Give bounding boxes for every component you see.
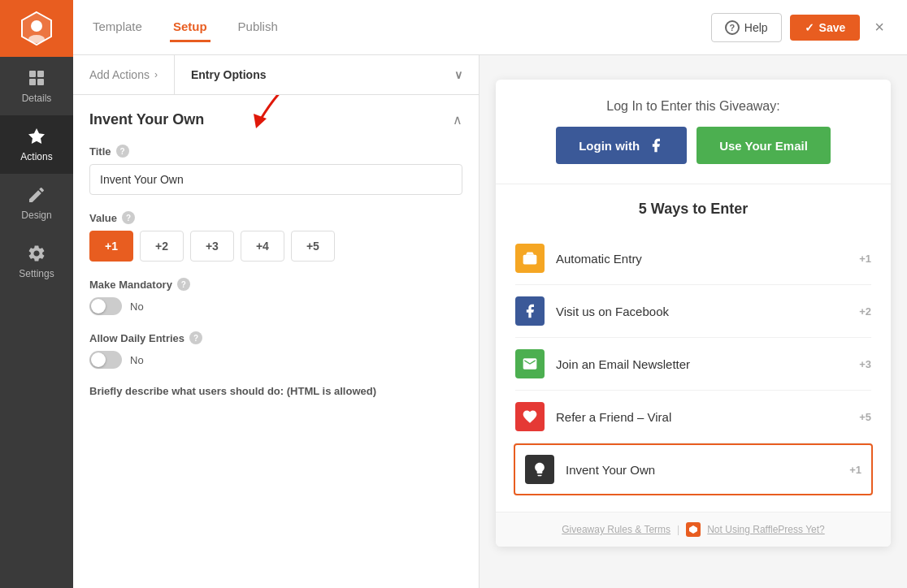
login-title: Log In to Enter this Giveaway: [520, 99, 866, 114]
help-icon: ? [725, 20, 740, 35]
close-button[interactable]: × [868, 15, 891, 40]
daily-entries-help-icon[interactable]: ? [189, 331, 202, 344]
entry-points-refer: +5 [859, 411, 871, 423]
mandatory-field-group: Make Mandatory ? No [89, 278, 462, 315]
entry-icon-automatic [515, 244, 545, 273]
entry-points-invent: +1 [849, 464, 861, 476]
tab-setup[interactable]: Setup [170, 13, 210, 42]
daily-entries-toggle[interactable] [89, 351, 122, 369]
card-footer: Giveaway Rules & Terms | Not Using Raffl… [496, 512, 891, 547]
login-buttons: Login with Use Your Email [520, 127, 866, 164]
entry-options-chevron-icon: ∨ [454, 68, 462, 81]
right-preview-panel: Log In to Enter this Giveaway: Login wit… [480, 55, 907, 588]
section-title: Invent Your Own [89, 111, 204, 128]
top-nav: Template Setup Publish ? Help ✓ Save × [73, 0, 907, 55]
mandatory-toggle-label: No [130, 300, 144, 313]
save-label: Save [819, 21, 846, 34]
entry-points-automatic: +1 [859, 253, 871, 265]
rafflepress-logo-icon [686, 522, 701, 537]
mandatory-toggle-row: No [89, 297, 462, 315]
value-field-group: Value ? +1 +2 +3 +4 +5 [89, 211, 462, 262]
mandatory-toggle-knob [91, 299, 106, 313]
entry-name-email: Join an Email Newsletter [556, 357, 848, 371]
email-login-label: Use Your Email [719, 139, 808, 153]
title-field-label: Title ? [89, 145, 462, 158]
save-button[interactable]: ✓ Save [790, 15, 861, 41]
facebook-login-button[interactable]: Login with [556, 127, 687, 164]
value-btn-2[interactable]: +2 [140, 231, 184, 262]
daily-entries-toggle-knob [91, 352, 106, 367]
description-field-label: Briefly describe what users should do: (… [89, 385, 462, 397]
email-login-button[interactable]: Use Your Email [697, 127, 831, 164]
sidebar-item-actions-label: Actions [20, 151, 52, 162]
body-area: Add Actions › Entry Options ∨ Invent You… [73, 55, 907, 588]
main-content: Template Setup Publish ? Help ✓ Save × [73, 0, 907, 588]
title-help-icon[interactable]: ? [116, 145, 129, 158]
entry-icon-email [515, 349, 545, 378]
facebook-icon [648, 137, 664, 153]
entry-item-automatic[interactable]: Automatic Entry +1 [515, 232, 871, 285]
svg-marker-10 [689, 525, 697, 534]
entry-options-button[interactable]: Entry Options ∨ [175, 55, 479, 94]
ways-title: 5 Ways to Enter [515, 201, 871, 218]
daily-entries-field-group: Allow Daily Entries ? No [89, 331, 462, 369]
sidebar-item-design-label: Design [21, 210, 51, 221]
title-field-group: Title ? [89, 145, 462, 195]
entry-name-refer: Refer a Friend – Viral [556, 410, 848, 424]
entry-name-invent: Invent Your Own [566, 463, 838, 477]
ways-section: 5 Ways to Enter Automatic Entry +1 [496, 184, 891, 512]
svg-rect-9 [523, 255, 537, 265]
panel-toolbar: Add Actions › Entry Options ∨ [73, 55, 479, 95]
sidebar-item-details-label: Details [22, 93, 52, 104]
entry-points-email: +3 [859, 358, 871, 370]
entry-item-email[interactable]: Join an Email Newsletter +3 [515, 338, 871, 391]
value-btn-5[interactable]: +5 [291, 231, 335, 262]
svg-rect-4 [29, 71, 36, 77]
sidebar-item-design[interactable]: Design [0, 174, 73, 232]
entry-name-automatic: Automatic Entry [556, 252, 848, 266]
sidebar-item-settings[interactable]: Settings [0, 232, 73, 291]
daily-entries-field-label: Allow Daily Entries ? [89, 331, 462, 344]
sidebar-item-details[interactable]: Details [0, 57, 73, 115]
help-button[interactable]: ? Help [711, 13, 782, 42]
entry-icon-facebook [515, 296, 545, 326]
add-actions-label: Add Actions [89, 68, 150, 81]
entry-item-invent[interactable]: Invent Your Own +1 [514, 443, 873, 495]
panel-body: Invent Your Own ∧ Title [73, 95, 479, 588]
giveaway-rules-link[interactable]: Giveaway Rules & Terms [562, 524, 670, 535]
daily-entries-toggle-row: No [89, 351, 462, 369]
giveaway-card: Log In to Enter this Giveaway: Login wit… [496, 80, 891, 547]
value-btn-1[interactable]: +1 [89, 231, 133, 262]
entry-item-facebook[interactable]: Visit us on Facebook +2 [515, 285, 871, 338]
entry-icon-refer [515, 402, 545, 431]
value-help-icon[interactable]: ? [122, 211, 135, 224]
value-btn-4[interactable]: +4 [241, 231, 284, 262]
tab-template[interactable]: Template [89, 13, 145, 42]
title-input[interactable] [89, 164, 462, 195]
value-buttons: +1 +2 +3 +4 +5 [89, 231, 462, 262]
add-actions-button[interactable]: Add Actions › [73, 55, 175, 94]
mandatory-help-icon[interactable]: ? [177, 278, 190, 291]
section-header: Invent Your Own ∧ [89, 111, 462, 128]
not-using-link[interactable]: Not Using RafflePress Yet? [707, 524, 825, 535]
add-actions-chevron-icon: › [154, 69, 158, 80]
svg-rect-5 [37, 71, 44, 77]
entry-points-facebook: +2 [859, 305, 871, 318]
login-section: Log In to Enter this Giveaway: Login wit… [496, 80, 891, 184]
svg-point-3 [28, 35, 45, 43]
section-chevron-icon[interactable]: ∧ [453, 112, 462, 128]
value-field-label: Value ? [89, 211, 462, 224]
svg-point-2 [31, 20, 42, 32]
tab-publish[interactable]: Publish [235, 13, 281, 42]
entry-item-refer[interactable]: Refer a Friend – Viral +5 [515, 391, 871, 443]
sidebar: Details Actions Design Settings [0, 0, 73, 588]
sidebar-item-actions[interactable]: Actions [0, 115, 73, 174]
svg-rect-7 [37, 79, 44, 85]
app-logo [0, 0, 73, 57]
entry-icon-invent [525, 455, 554, 484]
entry-name-facebook: Visit us on Facebook [556, 305, 848, 318]
entry-options-label: Entry Options [191, 68, 267, 81]
mandatory-toggle[interactable] [89, 297, 122, 315]
svg-rect-6 [29, 79, 36, 85]
value-btn-3[interactable]: +3 [190, 231, 234, 262]
